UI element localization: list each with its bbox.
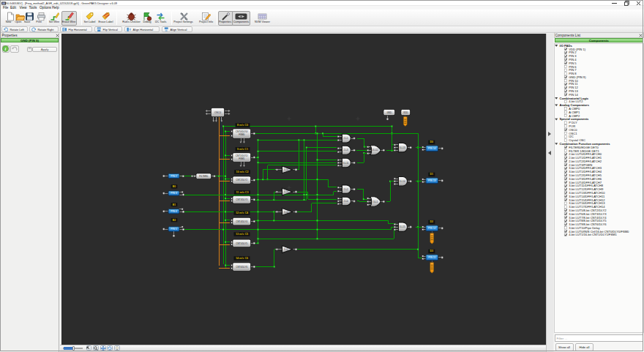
svg-text:PIN 14: PIN 14	[428, 147, 435, 150]
svg-text:PIN 12: PIN 12	[428, 227, 435, 230]
svg-text:14 m/s C6: 14 m/s C6	[235, 257, 247, 260]
svg-text:FSM1: FSM1	[239, 157, 244, 160]
svg-text:CNT3/DLY3: CNT3/DLY3	[236, 198, 247, 201]
svg-text:3-L14: 3-L14	[399, 180, 405, 183]
svg-text:B1: B1	[172, 203, 176, 206]
svg-text:PIN 13: PIN 13	[428, 179, 435, 182]
svg-text:PIN 2: PIN 2	[171, 175, 177, 178]
svg-text:D0: D0	[430, 141, 433, 143]
svg-text:11 m/s C3: 11 m/s C3	[236, 191, 248, 194]
svg-text:13 m/s C5: 13 m/s C5	[235, 233, 247, 236]
svg-text:PIN 5: PIN 5	[171, 228, 177, 231]
svg-text:3-L11: 3-L11	[342, 162, 348, 165]
svg-text:D3: D3	[430, 250, 433, 252]
svg-text:B2: B2	[172, 219, 176, 222]
svg-text:B0: B0	[172, 185, 176, 188]
svg-text:3-L0: 3-L0	[283, 168, 288, 171]
svg-text:3-L1: 3-L1	[372, 201, 377, 203]
svg-text:GND: GND	[386, 111, 392, 114]
svg-text:8 m/s C0: 8 m/s C0	[236, 124, 247, 127]
svg-text:CNT5/DLY5: CNT5/DLY5	[236, 242, 247, 245]
svg-text:3-L4: 3-L4	[283, 211, 288, 214]
svg-text:OSC0: OSC0	[214, 111, 220, 114]
svg-text:D2: D2	[430, 220, 433, 223]
svg-text:PIN 11: PIN 11	[428, 256, 435, 259]
svg-text:9 m/s C1: 9 m/s C1	[236, 148, 247, 151]
svg-text:3-L2: 3-L2	[283, 248, 288, 251]
svg-text:2-L1: 2-L1	[343, 137, 348, 140]
svg-text:3-L12: 3-L12	[372, 149, 378, 151]
svg-text:CNT4/DLY4: CNT4/DLY4	[236, 220, 247, 223]
svg-text:CNT6/DLY6: CNT6/DLY6	[236, 266, 247, 269]
svg-text:PIN 3: PIN 3	[171, 192, 177, 195]
svg-text:FSM0: FSM0	[239, 133, 244, 136]
svg-text:12 m/s C4: 12 m/s C4	[235, 211, 248, 214]
svg-text:2-L2: 2-L2	[343, 188, 348, 191]
svg-text:3-L3: 3-L3	[283, 190, 288, 193]
svg-text:VDD: VDD	[403, 111, 408, 114]
svg-text:3-L15: 3-L15	[399, 225, 405, 228]
svg-text:10 m/s C2: 10 m/s C2	[236, 171, 248, 173]
svg-text:FILTER0: FILTER0	[199, 175, 208, 178]
svg-text:3-L13: 3-L13	[399, 146, 405, 149]
svg-text:i: i	[5, 46, 7, 51]
svg-text:D1: D1	[430, 173, 433, 176]
svg-text:2-L0: 2-L0	[343, 200, 348, 203]
svg-text:CNT2/DLY2: CNT2/DLY2	[236, 179, 247, 181]
svg-text:2-L3: 2-L3	[343, 149, 348, 151]
svg-text:PIN 4: PIN 4	[171, 210, 177, 213]
